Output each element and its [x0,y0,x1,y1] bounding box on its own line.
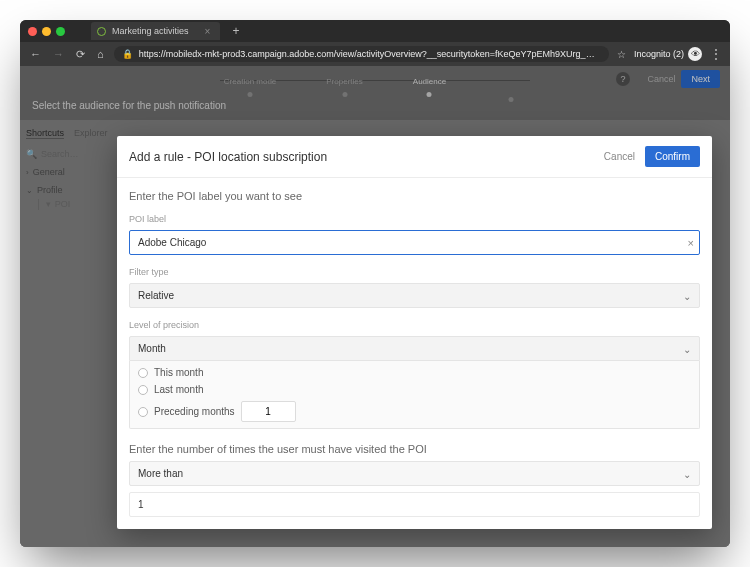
option-label: This month [154,367,203,378]
chevron-down-icon: ⌄ [683,343,691,354]
window-traffic-lights [28,27,65,36]
filter-type-caption: Filter type [129,267,700,277]
option-preceding-months[interactable]: Preceding months [138,401,691,422]
zoom-window-dot[interactable] [56,27,65,36]
precision-value: Month [138,343,166,354]
poi-label-input[interactable] [129,230,700,255]
browser-toolbar: ← → ⟳ ⌂ 🔒 https://mobiledx-mkt-prod3.cam… [20,42,730,66]
modal-title: Add a rule - POI location subscription [129,150,327,164]
section-heading-visits: Enter the number of times the user must … [129,443,700,455]
chevron-down-icon: ⌄ [683,290,691,301]
modal-cancel-button[interactable]: Cancel [604,151,635,162]
tab-close-icon[interactable]: × [205,26,211,37]
minimize-window-dot[interactable] [42,27,51,36]
section-heading-poi: Enter the POI label you want to see [129,190,700,202]
chevron-down-icon: ⌄ [683,468,691,479]
visit-count-input[interactable] [129,492,700,517]
filter-type-select[interactable]: Relative ⌄ [129,283,700,308]
incognito-label: Incognito (2) [634,49,684,59]
reload-button[interactable]: ⟳ [74,48,87,61]
browser-tab-strip: Marketing activities × + [20,20,730,42]
browser-tab[interactable]: Marketing activities × [91,22,220,40]
bookmark-star-icon[interactable]: ☆ [617,49,626,60]
add-rule-modal: Add a rule - POI location subscription C… [117,136,712,529]
url-text: https://mobiledx-mkt-prod3.campaign.adob… [139,49,601,59]
lock-icon: 🔒 [122,49,133,59]
option-last-month[interactable]: Last month [138,384,691,395]
modal-confirm-button[interactable]: Confirm [645,146,700,167]
new-tab-button[interactable]: + [232,24,239,38]
close-window-dot[interactable] [28,27,37,36]
filter-type-value: Relative [138,290,174,301]
forward-button[interactable]: → [51,48,66,60]
address-bar[interactable]: 🔒 https://mobiledx-mkt-prod3.campaign.ad… [114,46,609,62]
precision-caption: Level of precision [129,320,700,330]
home-button[interactable]: ⌂ [95,48,106,60]
option-this-month[interactable]: This month [138,367,691,378]
clear-input-icon[interactable]: × [688,237,694,249]
radio-icon [138,385,148,395]
option-label: Last month [154,384,203,395]
preceding-months-input[interactable] [241,401,296,422]
tab-title: Marketing activities [112,26,189,36]
comparator-value: More than [138,468,183,479]
radio-icon [138,407,148,417]
back-button[interactable]: ← [28,48,43,60]
option-label: Preceding months [154,406,235,417]
visit-comparator-select[interactable]: More than ⌄ [129,461,700,486]
incognito-indicator: Incognito (2) 👁 [634,47,702,61]
poi-label-caption: POI label [129,214,700,224]
precision-select[interactable]: Month ⌄ [129,336,700,361]
radio-icon [138,368,148,378]
incognito-icon: 👁 [688,47,702,61]
browser-menu-icon[interactable]: ⋮ [710,47,722,61]
tab-favicon [97,27,106,36]
precision-options: This month Last month Preceding months [129,361,700,429]
